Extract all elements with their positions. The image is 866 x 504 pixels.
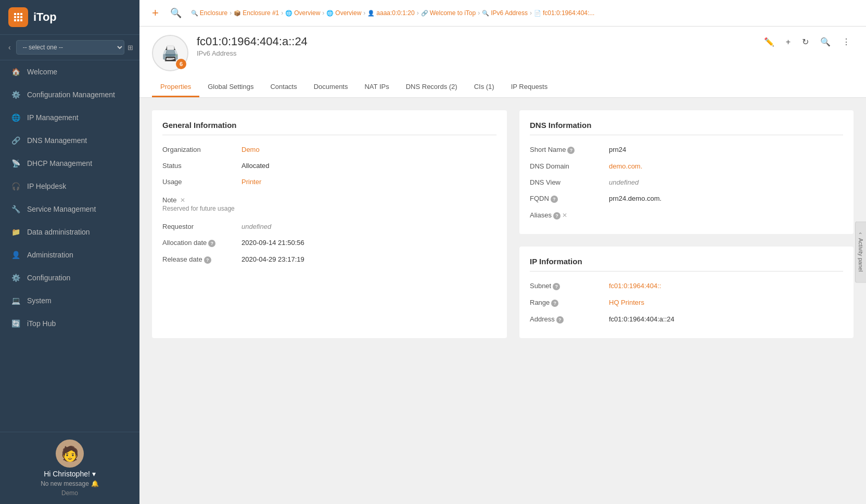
breadcrumb-item-4[interactable]: 👤aaaa:0:0:1:20 [367,9,414,17]
refresh-button[interactable]: ↻ [799,35,812,49]
field-row: Short Name?prn24 [530,141,843,158]
note-field-value: Reserved for future usage [162,205,496,212]
dhcp-management-icon: 📡 [10,158,21,169]
breadcrumb-icon-7: 📄 [534,10,541,17]
field-value[interactable]: Printer [241,178,496,186]
configuration-management-icon: ⚙️ [10,89,21,100]
sidebar-item-label: Welcome [27,68,129,76]
help-icon: ? [204,256,211,264]
search-object-button[interactable]: 🔍 [817,35,834,49]
field-value[interactable]: HQ Printers [609,299,843,306]
sidebar-item-data-administration[interactable]: 📁 Data administration [0,221,139,243]
breadcrumb-icon-2: 🌐 [285,10,292,17]
breadcrumb-item-5[interactable]: 🔗Welcome to iTop [421,9,476,17]
tab-properties[interactable]: Properties [152,77,199,97]
field-row: Allocation date?2020-09-14 21:50:56 [162,235,496,251]
sidebar-item-label: DNS Management [27,136,129,145]
sidebar-item-label: DHCP Management [27,159,129,167]
field-value[interactable]: Demo [241,146,496,153]
field-row: Subnet?fc01:0:1964:404:: [530,278,843,294]
object-title-area: fc01:0:1964:404:a::24 IPv6 Address [197,35,753,57]
add-button[interactable]: + [149,5,162,21]
sidebar-item-dhcp-management[interactable]: 📡 DHCP Management [0,152,139,175]
breadcrumb-label-7: fc01:0:1964:404:... [543,9,594,17]
field-row: Release date?2020-04-29 23:17:19 [162,251,496,268]
field-value[interactable]: demo.com. [609,162,843,170]
sidebar-item-welcome[interactable]: 🏠 Welcome [0,60,139,83]
tab-dns-records[interactable]: DNS Records (2) [398,77,466,97]
breadcrumb-item-2[interactable]: 🌐Overview [285,9,320,17]
sidebar-item-label: Configuration [27,274,129,282]
breadcrumb-item-0[interactable]: 🔍Enclosure [191,9,227,17]
select-area[interactable]: ‹ -- select one -- ⊞ [0,35,139,60]
field-row: Note ✕ Reserved for future usage [162,190,496,218]
field-value: undefined [241,223,496,230]
field-row: Range?HQ Printers [530,294,843,311]
topbar-actions: + 🔍 [149,5,185,21]
help-icon: ? [208,240,215,247]
user-name[interactable]: Hi Christophe! ▾ [44,470,96,478]
sidebar-item-system[interactable]: 💻 System [0,289,139,312]
breadcrumb-item-6[interactable]: 🔍IPv6 Address [482,9,528,17]
sidebar-item-service-management[interactable]: 🔧 Service Management [0,198,139,221]
sidebar-item-label: iTop Hub [27,319,129,328]
more-options-button[interactable]: ⋮ [839,35,854,49]
sidebar-item-configuration-management[interactable]: ⚙️ Configuration Management [0,83,139,106]
sidebar: iTop ‹ -- select one -- ⊞ 🏠 Welcome ⚙️ C… [0,0,139,504]
tab-contacts[interactable]: Contacts [262,77,305,97]
sidebar-item-administration[interactable]: 👤 Administration [0,243,139,266]
field-label: Release date? [162,255,235,264]
aliases-clear-icon[interactable]: ✕ [562,212,567,219]
field-label: Aliases?✕ [530,211,603,219]
object-badge: 6 [176,59,186,69]
ip-info-panel: IP Information Subnet?fc01:0:1964:404::R… [519,247,854,338]
help-icon: ? [553,212,561,219]
breadcrumb-separator: › [530,9,532,17]
topbar: + 🔍 🔍Enclosure›📦Enclosure #1›🌐Overview›🌐… [139,0,866,27]
search-button[interactable]: 🔍 [167,6,185,20]
org-select[interactable]: -- select one -- [16,40,124,55]
general-info-title: General Information [162,121,496,135]
tab-documents[interactable]: Documents [305,77,356,97]
object-header-top: 🖨️ 6 fc01:0:1964:404:a::24 IPv6 Address … [152,35,854,71]
field-label: Subnet? [530,282,603,290]
sidebar-item-configuration[interactable]: ⚙️ Configuration [0,266,139,289]
note-clear-icon[interactable]: ✕ [180,197,185,204]
sidebar-item-ip-helpdesk[interactable]: 🎧 IP Helpdesk [0,175,139,198]
dns-ip-container: DNS Information Short Name?prn24DNS Doma… [519,110,854,338]
field-label: Range? [530,299,603,307]
breadcrumb-label-4: aaaa:0:0:1:20 [376,9,414,17]
configuration-icon: ⚙️ [10,273,21,283]
edit-button[interactable]: ✏️ [761,35,778,49]
tab-cis[interactable]: CIs (1) [466,77,503,97]
object-icon: 🖨️ 6 [152,35,188,71]
field-value[interactable]: fc01:0:1964:404:: [609,282,843,290]
dns-fields: Short Name?prn24DNS Domaindemo.com.DNS V… [530,141,843,224]
activity-panel-toggle[interactable]: ‹ Activity panel [855,221,866,282]
breadcrumb-item-7[interactable]: 📄fc01:0:1964:404:... [534,9,594,17]
sidebar-item-ip-management[interactable]: 🌐 IP Management [0,106,139,129]
breadcrumb-item-1[interactable]: 📦Enclosure #1 [234,9,279,17]
tab-global-settings[interactable]: Global Settings [199,77,262,97]
welcome-icon: 🏠 [10,67,21,77]
ip-management-icon: 🌐 [10,112,21,123]
help-icon: ? [551,196,558,203]
sidebar-item-itop-hub[interactable]: 🔄 iTop Hub [0,312,139,335]
sidebar-item-label: Configuration Management [27,91,129,99]
breadcrumb-item-3[interactable]: 🌐Overview [326,9,361,17]
breadcrumb-icon-5: 🔗 [421,10,428,17]
breadcrumb-separator: › [478,9,480,17]
collapse-sidebar-button[interactable]: ‹ [6,41,13,54]
add-object-button[interactable]: + [783,35,794,49]
breadcrumb-separator: › [417,9,419,17]
sidebar-item-dns-management[interactable]: 🔗 DNS Management [0,129,139,152]
help-icon: ? [556,316,564,324]
field-label: Requestor [162,223,235,230]
tab-nat-ips[interactable]: NAT IPs [356,77,397,97]
sidebar-bottom: 🧑 Hi Christophe! ▾ No new message 🔔 Demo [0,432,139,504]
user-dropdown-icon: ▾ [92,470,96,478]
field-row: FQDN?prn24.demo.com. [530,190,843,207]
tab-ip-requests[interactable]: IP Requests [503,77,556,97]
object-header: 🖨️ 6 fc01:0:1964:404:a::24 IPv6 Address … [139,27,866,98]
chevron-left-icon: ‹ [858,232,864,234]
